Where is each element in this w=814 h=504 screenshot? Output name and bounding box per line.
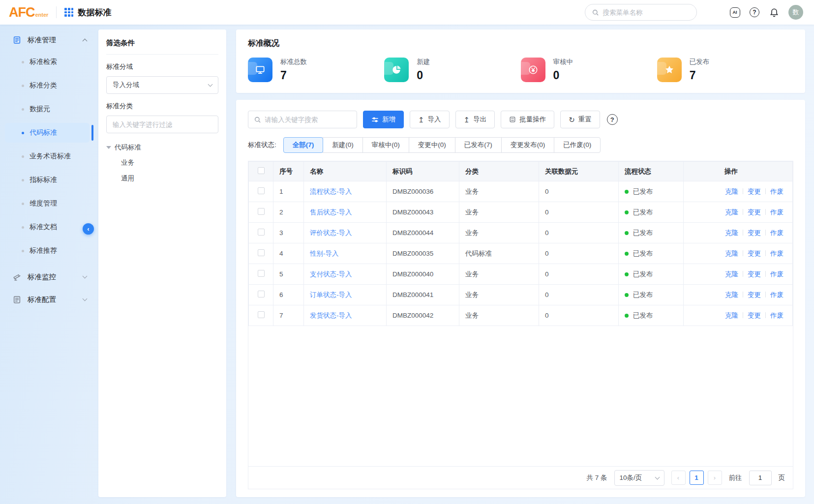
name-link[interactable]: 评价状态-导入 — [310, 229, 352, 237]
next-page-button[interactable]: › — [708, 471, 722, 485]
apps-grid-icon[interactable] — [64, 8, 73, 17]
tree-node-general[interactable]: 通用 — [106, 171, 218, 186]
sidebar-item-标准检索[interactable]: 标准检索 — [5, 52, 90, 72]
row-checkbox[interactable] — [258, 229, 265, 236]
action-change[interactable]: 变更 — [748, 312, 761, 319]
name-link[interactable]: 流程状态-导入 — [310, 188, 352, 195]
bullet-icon — [22, 85, 24, 87]
sidebar: 标准管理 标准检索标准分类数据元代码标准业务术语标准指标标准维度管理标准文档标准… — [0, 25, 93, 504]
upload-icon: ↥ — [464, 116, 470, 123]
status-tabs: 全部(7)新建(0)审核中(0)变更中(0)已发布(7)变更发布(0)已作废(0… — [283, 137, 601, 153]
action-clone[interactable]: 克隆 — [725, 312, 738, 319]
add-button[interactable]: 新增 — [363, 111, 404, 128]
name-link[interactable]: 售后状态-导入 — [310, 208, 352, 216]
status-tab-全部(7)[interactable]: 全部(7) — [283, 137, 324, 153]
sidebar-item-维度管理[interactable]: 维度管理 — [5, 194, 90, 213]
row-no: 5 — [273, 264, 304, 285]
table-row: 7发货状态-导入DMBZ000042业务0已发布克隆变更作废 — [249, 305, 793, 326]
action-discard[interactable]: 作废 — [770, 312, 784, 319]
row-checkbox[interactable] — [258, 311, 265, 318]
action-change[interactable]: 变更 — [748, 291, 761, 298]
sidebar-group-standard-management[interactable]: 标准管理 — [0, 29, 93, 51]
menu-search[interactable] — [585, 4, 697, 21]
sidebar-item-标准文档[interactable]: 标准文档 — [5, 217, 90, 237]
select-all-checkbox[interactable] — [258, 167, 265, 174]
action-clone[interactable]: 克隆 — [725, 188, 738, 195]
status-tab-新建(0)[interactable]: 新建(0) — [323, 137, 363, 153]
status-tab-变更发布(0)[interactable]: 变更发布(0) — [501, 137, 555, 153]
action-discard[interactable]: 作废 — [770, 208, 784, 216]
table-search-input[interactable] — [265, 116, 351, 123]
sidebar-item-数据元[interactable]: 数据元 — [5, 99, 90, 119]
row-linked-count: 0 — [539, 264, 619, 285]
row-code: DMBZ000041 — [387, 285, 459, 305]
row-checkbox[interactable] — [258, 249, 265, 256]
sidebar-item-标准分类[interactable]: 标准分类 — [5, 76, 90, 95]
green-dot-icon — [625, 210, 629, 214]
help-icon[interactable]: ? — [749, 7, 760, 18]
row-checkbox[interactable] — [258, 187, 265, 194]
status-tab-审核中(0)[interactable]: 审核中(0) — [362, 137, 409, 153]
import-button[interactable]: ↥ 导入 — [410, 111, 450, 128]
name-link[interactable]: 支付状态-导入 — [310, 270, 352, 278]
bullet-icon — [22, 179, 24, 181]
action-clone[interactable]: 克隆 — [725, 250, 738, 257]
sidebar-collapse-button[interactable]: ‹ — [83, 223, 94, 235]
name-link[interactable]: 性别-导入 — [310, 250, 339, 257]
table-row: 6订单状态-导入DMBZ000041业务0已发布克隆变更作废 — [249, 285, 793, 305]
category-filter-input[interactable] — [106, 116, 218, 133]
status-tab-已发布(7)[interactable]: 已发布(7) — [455, 137, 502, 153]
menu-search-input[interactable] — [603, 9, 690, 16]
domain-select[interactable]: 导入分域 — [106, 76, 218, 94]
settings-doc-icon — [13, 296, 21, 304]
action-clone[interactable]: 克隆 — [725, 229, 738, 237]
sidebar-item-label: 指标标准 — [30, 176, 57, 184]
row-checkbox[interactable] — [258, 291, 265, 297]
bullet-icon — [22, 203, 24, 205]
action-change[interactable]: 变更 — [748, 270, 761, 278]
current-page-button[interactable]: 1 — [690, 471, 704, 485]
action-clone[interactable]: 克隆 — [725, 208, 738, 216]
sidebar-group-standard-monitor[interactable]: 标准监控 — [0, 266, 93, 288]
table-search[interactable] — [248, 111, 357, 128]
reset-button[interactable]: ↻ 重置 — [560, 111, 600, 128]
green-dot-icon — [625, 252, 629, 256]
status-tab-变更中(0)[interactable]: 变更中(0) — [409, 137, 455, 153]
action-discard[interactable]: 作废 — [770, 291, 784, 298]
status-tab-已作废(0)[interactable]: 已作废(0) — [554, 137, 601, 153]
action-change[interactable]: 变更 — [748, 188, 761, 195]
row-checkbox[interactable] — [258, 208, 265, 215]
action-change[interactable]: 变更 — [748, 208, 761, 216]
prev-page-button[interactable]: ‹ — [671, 471, 686, 485]
row-category: 业务 — [459, 181, 539, 202]
tree-node-business[interactable]: 业务 — [106, 155, 218, 171]
goto-page-input[interactable] — [749, 471, 772, 485]
action-clone[interactable]: 克隆 — [725, 270, 738, 278]
action-clone[interactable]: 克隆 — [725, 291, 738, 298]
sidebar-group-standard-config[interactable]: 标准配置 — [0, 288, 93, 311]
sidebar-item-指标标准[interactable]: 指标标准 — [5, 170, 90, 190]
name-link[interactable]: 发货状态-导入 — [310, 312, 352, 319]
page-size-select[interactable]: 10条/页 — [614, 470, 664, 486]
ai-assistant-icon[interactable]: AI — [729, 7, 740, 18]
export-button[interactable]: ↥ 导出 — [455, 111, 495, 128]
sidebar-item-标准推荐[interactable]: 标准推荐 — [5, 241, 90, 261]
table-help-icon[interactable]: ? — [607, 114, 618, 125]
batch-icon — [509, 116, 516, 123]
action-discard[interactable]: 作废 — [770, 250, 784, 257]
row-checkbox[interactable] — [258, 270, 265, 277]
action-change[interactable]: 变更 — [748, 229, 761, 237]
tree-node-code-standard[interactable]: 代码标准 — [106, 140, 218, 155]
bell-icon[interactable] — [769, 7, 780, 18]
row-linked-count: 0 — [539, 305, 619, 326]
sidebar-item-代码标准[interactable]: 代码标准 — [5, 123, 90, 143]
user-avatar[interactable]: 数 — [788, 5, 803, 20]
sidebar-item-业务术语标准[interactable]: 业务术语标准 — [5, 147, 90, 166]
name-link[interactable]: 订单状态-导入 — [310, 291, 352, 298]
action-change[interactable]: 变更 — [748, 250, 761, 257]
action-discard[interactable]: 作废 — [770, 270, 784, 278]
action-discard[interactable]: 作废 — [770, 188, 784, 195]
table-row: 5支付状态-导入DMBZ000040业务0已发布克隆变更作废 — [249, 264, 793, 285]
action-discard[interactable]: 作废 — [770, 229, 784, 237]
batch-actions-button[interactable]: 批量操作 — [501, 111, 554, 128]
